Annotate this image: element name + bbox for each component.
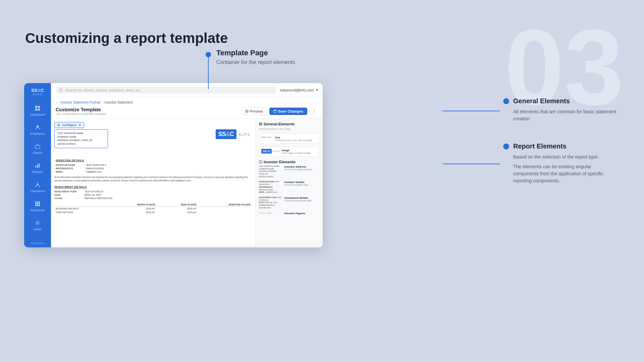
svg-rect-24 <box>39 205 40 206</box>
annotation-report-elements: Report Elements Based on the selection o… <box>503 142 617 184</box>
investor-details-title: INVESTOR DETAILS <box>56 159 251 162</box>
sidebar-item-reports[interactable]: Reports <box>24 160 51 176</box>
configure-bar[interactable]: Configure ✕ <box>54 122 84 128</box>
investment-details-element[interactable]: INVESTMENT FUND TEST B FUND LP DATE APRI… <box>259 196 319 209</box>
svg-rect-21 <box>39 203 40 204</box>
sidebar: SS&C ALPS Dashboard Employees <box>24 83 51 247</box>
cell-itd: - <box>198 210 252 214</box>
main-content: Search for clients, reports, investors, … <box>51 83 323 247</box>
svg-rect-19 <box>35 203 37 204</box>
svg-rect-0 <box>35 106 37 108</box>
svg-rect-8 <box>39 164 40 168</box>
search-icon <box>59 88 63 92</box>
svg-rect-17 <box>37 201 38 203</box>
inv-class-row: CLASS PARTIALLY RESTRICTED <box>54 197 252 199</box>
sidebar-employees-label: Employees <box>30 132 45 135</box>
annotation-line-v <box>208 57 209 89</box>
preview-icon <box>245 110 249 113</box>
cell-itd: - <box>198 206 252 210</box>
svg-point-29 <box>246 111 247 112</box>
investor-ref-row: REFERENCE ID 80803112222001 <box>56 167 251 170</box>
ssc-logo-box: SS&C <box>216 129 236 139</box>
svg-rect-6 <box>35 166 36 168</box>
sidebar-dashboard-label: Dashboard <box>30 113 45 116</box>
annotation-template-label: Template Page Container for the report e… <box>216 49 295 65</box>
col-header-ytd: YEAR TO DATE <box>157 203 198 207</box>
svg-line-15 <box>38 185 39 186</box>
toolbar-subtitle: Use components to build the template <box>56 112 106 116</box>
svg-rect-37 <box>261 124 262 126</box>
toolbar-right: Preview Save Changes ⋮ <box>241 108 318 115</box>
sidebar-reports-label: Reports <box>32 170 43 174</box>
address-line2: COMPANY NAME <box>57 135 105 139</box>
toolbar-title: Customize Template <box>56 107 106 112</box>
annotation-general-dot <box>503 98 509 104</box>
investor-icon <box>259 160 262 164</box>
svg-rect-38 <box>259 161 262 163</box>
ssc-alps-small: ALPS <box>273 150 280 153</box>
sidebar-admin-label: Admin <box>33 228 42 231</box>
investor-elements-title: Investor Elements <box>259 160 319 164</box>
toolbar-row: Customize Template Use components to bui… <box>56 107 318 118</box>
apps-icon <box>34 200 41 207</box>
sidebar-clients-label: Clients <box>33 151 42 155</box>
page-title: Customizing a report template <box>25 30 228 46</box>
logo-alps: ALPS <box>33 93 42 96</box>
investor-name-row: INVESTOR NAME TEST INVESTOR 2 <box>56 164 251 166</box>
svg-point-9 <box>37 184 39 186</box>
sidebar-item-admin[interactable]: Admin <box>24 217 51 233</box>
sidebar-item-clients[interactable]: Clients <box>24 141 51 157</box>
svg-point-10 <box>35 186 36 187</box>
sidebar-logo: SS&C ALPS <box>31 88 44 96</box>
sidebar-item-resources[interactable]: Resources <box>24 198 51 214</box>
template-logo: SS&C ALPS <box>216 129 251 139</box>
sidebar-item-employees[interactable]: Employees <box>24 122 51 137</box>
table-row: BEGINNING BALANCE $249,447 $249,447 - <box>54 206 252 210</box>
breadcrumb-parent[interactable]: Investor Statement Portrait <box>60 101 100 104</box>
user-email: kdiamond@krfs.com <box>280 88 314 92</box>
address-line3: ADDRESS NUMBER, STATE ZIP <box>57 139 105 142</box>
preview-button[interactable]: Preview <box>241 108 267 115</box>
investor-details-element[interactable]: INVESTOR NAME TEST INVESTOR 2 REFERENCE … <box>259 181 319 193</box>
address-line4: UNITED STATES <box>57 142 105 146</box>
image-element-card[interactable]: SS&C ALPS Image Insert logo or custom im… <box>259 146 319 157</box>
more-options-button[interactable]: ⋮ <box>310 108 318 115</box>
sub-header: ← Investor Statement Portrait / Investor… <box>51 97 323 119</box>
settings-icon <box>34 219 41 227</box>
app-window: SS&C ALPS Dashboard Employees <box>24 83 323 247</box>
person-icon <box>34 124 41 131</box>
investor-address-element[interactable]: TEST INVESTOR NAME COMPANY NAME ADDRESS … <box>259 165 319 178</box>
svg-rect-16 <box>35 201 37 203</box>
address-block: TEST INVESTOR NAME COMPANY NAME ADDRESS … <box>54 129 108 148</box>
template-panel: Configure ✕ TEST INVESTOR NAME COMPANY N… <box>51 119 256 247</box>
svg-point-11 <box>39 186 40 187</box>
investment-details-preview: INVESTMENT FUND TEST B FUND LP DATE APRI… <box>259 196 282 209</box>
value-table: MONTH TO DATE YEAR TO DATE INCEPTION TO … <box>54 203 252 214</box>
sidebar-item-dashboard[interactable]: Dashboard <box>24 103 51 118</box>
image-element-row: SS&C ALPS Image Insert logo or custom im… <box>259 146 319 157</box>
top-bar: Search for clients, reports, investors, … <box>51 83 323 97</box>
ssc-logo-alps: ALPS <box>238 132 251 136</box>
report-connector-h <box>443 164 500 164</box>
save-button[interactable]: Save Changes <box>269 108 307 115</box>
text-element-card[interactable]: Write text... Text Customize text, color… <box>259 134 319 144</box>
cell-label: BEGINNING BALANCE <box>54 206 111 210</box>
cell-ytd: $249,447 <box>157 206 198 210</box>
address-line1: TEST INVESTOR NAME <box>57 132 105 135</box>
grid-icon <box>34 105 41 112</box>
sidebar-item-operations[interactable]: Operations <box>24 179 51 195</box>
cell-mtd: $249,447 <box>111 210 157 214</box>
body-text: ALPS Alternative Investment Services has… <box>54 176 252 183</box>
configure-close[interactable]: ✕ <box>78 123 81 127</box>
cell-mtd: $249,447 <box>111 206 157 210</box>
svg-rect-20 <box>37 203 38 204</box>
briefcase-icon <box>34 143 41 150</box>
svg-rect-31 <box>274 110 276 111</box>
elements-panel: General Elements Drag elements to the pa… <box>256 119 323 247</box>
investor-figures-element[interactable]: Investor Figures... Investor Figures <box>259 212 319 215</box>
svg-point-12 <box>37 182 38 183</box>
svg-rect-18 <box>39 201 40 203</box>
svg-rect-5 <box>35 145 40 148</box>
search-area[interactable]: Search for clients, reports, investors, … <box>56 87 276 94</box>
svg-rect-2 <box>35 109 37 111</box>
